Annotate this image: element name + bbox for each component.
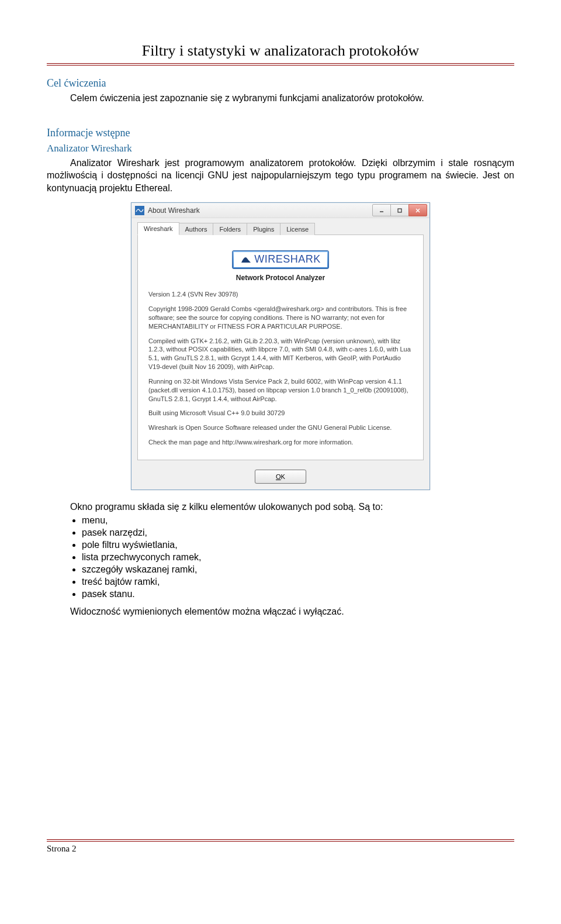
heading-info: Informacje wstępne [47,127,514,139]
wireshark-logo: WIRESHARK [232,250,329,269]
close-button[interactable] [408,204,427,216]
tab-authors[interactable]: Authors [179,223,214,235]
heading-cel: Cel ćwiczenia [47,77,514,89]
page-title: Filtry i statystyki w analizatorach prot… [47,42,514,60]
list-item: pasek stanu. [82,589,514,599]
about-oss: Wireshark is Open Source Software releas… [148,423,413,432]
elements-list: menu, pasek narzędzi, pole filtru wyświe… [82,515,514,599]
header-rule [47,63,514,65]
list-item: lista przechwyconych ramek, [82,552,514,563]
wireshark-icon [135,206,144,215]
ok-button[interactable]: OK [255,470,306,484]
window-title: About Wireshark [148,206,373,215]
logo-text: WIRESHARK [254,253,321,265]
about-wireshark-dialog: About Wireshark Wireshark Authors Folder… [131,202,430,490]
maximize-button[interactable] [390,204,409,216]
page-number: Strona 2 [47,844,514,854]
after-image-text: Okno programu składa się z kilku element… [70,501,514,513]
about-compiled: Compiled with GTK+ 2.16.2, with GLib 2.2… [148,337,413,371]
tab-license[interactable]: License [280,223,315,235]
logo-subtitle: Network Protocol Analyzer [148,274,413,282]
subheading-wireshark: Analizator Wireshark [47,143,514,154]
about-check: Check the man page and http://www.wiresh… [148,438,413,447]
svg-rect-2 [398,209,401,212]
tab-folders[interactable]: Folders [213,223,247,235]
tab-plugins[interactable]: Plugins [247,223,280,235]
cel-text: Celem ćwiczenia jest zapoznanie się z wy… [70,92,514,105]
page-footer: Strona 2 [47,839,514,854]
titlebar: About Wireshark [131,203,430,218]
closing-text: Widoczność wymienionych elementów można … [70,605,514,618]
list-item: szczegóły wskazanej ramki, [82,564,514,575]
about-version: Version 1.2.4 (SVN Rev 30978) [148,290,413,299]
shark-fin-icon [240,254,252,266]
list-item: pasek narzędzi, [82,527,514,538]
tabstrip: Wireshark Authors Folders Plugins Licens… [131,218,430,235]
list-item: pole filtru wyświetlania, [82,540,514,550]
about-copyright: Copyright 1998-2009 Gerald Combs <gerald… [148,305,413,331]
minimize-button[interactable] [372,204,391,216]
footer-rule [47,839,514,842]
list-item: menu, [82,515,514,526]
tab-content: WIRESHARK Network Protocol Analyzer Vers… [137,235,424,460]
info-para1: Analizator Wireshark jest programowym an… [47,157,514,195]
about-built: Built using Microsoft Visual C++ 9.0 bui… [148,409,413,418]
tab-wireshark[interactable]: Wireshark [137,222,179,235]
list-item: treść bajtów ramki, [82,577,514,587]
about-running: Running on 32-bit Windows Vista Service … [148,377,413,404]
